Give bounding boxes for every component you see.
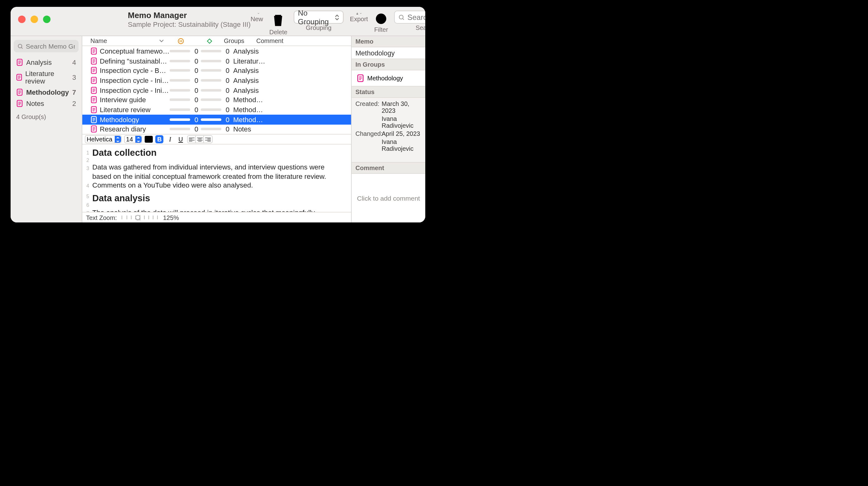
- table-row[interactable]: Defining "sustainable lifestyle"00Litera…: [82, 56, 351, 65]
- row-group: Analysis: [233, 47, 266, 55]
- row-name: Inspection cycle - Basic quantitati…: [100, 67, 169, 74]
- row-name: Defining "sustainable lifestyle": [100, 57, 169, 64]
- table-rows: Conceptual framework developm…00Analysis…: [82, 46, 351, 134]
- column-groups[interactable]: Groups: [224, 37, 256, 44]
- table-row[interactable]: Inspection cycle - Basic quantitati…00An…: [82, 66, 351, 75]
- underline-button[interactable]: U: [177, 135, 185, 143]
- progress-bar: [201, 69, 221, 72]
- column-pause[interactable]: [166, 38, 195, 44]
- grouping-select[interactable]: No Grouping Grouping: [294, 9, 344, 35]
- sidebar-item-notes[interactable]: Notes 2: [14, 98, 79, 108]
- row-value-1: 0: [192, 67, 198, 74]
- sidebar-item-analysis[interactable]: Analysis 4: [14, 57, 79, 67]
- font-select[interactable]: Helvetica: [85, 135, 122, 143]
- row-value-2: 0: [223, 106, 229, 114]
- chevron-down-icon: [258, 12, 260, 15]
- search-field[interactable]: Search: [394, 9, 425, 35]
- memo-icon: [90, 116, 97, 123]
- sidebar-search[interactable]: [14, 40, 79, 52]
- size-select[interactable]: 14: [124, 135, 142, 143]
- editor[interactable]: 1234 5678 Data collection Data was gathe…: [82, 144, 351, 212]
- align-right-button[interactable]: [204, 136, 212, 143]
- row-group: Methodology: [233, 96, 266, 104]
- zoom-label: Text Zoom:: [86, 214, 117, 221]
- row-value-2: 0: [223, 116, 229, 123]
- zoom-slider[interactable]: [122, 214, 158, 221]
- align-center-button[interactable]: [196, 136, 204, 143]
- new-button[interactable]: New: [251, 9, 263, 35]
- row-name: Inspection cycle - Initial phases o…: [100, 86, 169, 94]
- inspector-memo-head: Memo: [352, 36, 425, 47]
- created-date: March 30, 2023: [382, 100, 422, 114]
- column-comment[interactable]: Comment: [256, 37, 351, 44]
- table-row[interactable]: Research diary00Notes: [82, 124, 351, 134]
- minimize-button[interactable]: [31, 15, 38, 23]
- filter-button[interactable]: Filter: [374, 9, 388, 35]
- row-group: Methodology: [233, 106, 266, 114]
- svg-rect-17: [207, 39, 212, 43]
- progress-bar: [201, 60, 221, 62]
- row-name: Inspection cycle - Initial phases o…: [100, 77, 169, 84]
- paragraph: Data was gathered from individual interv…: [92, 163, 345, 189]
- progress-bar: [201, 108, 221, 111]
- editor-content[interactable]: Data collection Data was gathered from i…: [91, 144, 351, 212]
- progress-bar: [169, 89, 190, 91]
- column-diamond[interactable]: [195, 38, 224, 44]
- memo-icon: [16, 100, 23, 107]
- row-value-2: 0: [223, 57, 229, 64]
- table-row[interactable]: Literature review00Methodology: [82, 105, 351, 114]
- memo-icon: [357, 74, 364, 82]
- title-block: Memo Manager Sample Project: Sustainabil…: [128, 7, 251, 35]
- sidebar-item-literature[interactable]: Literature review 3: [14, 69, 79, 86]
- progress-bar: [169, 118, 190, 121]
- row-value-2: 0: [223, 126, 229, 133]
- export-button[interactable]: Export: [350, 9, 368, 35]
- memo-icon: [90, 47, 97, 55]
- row-value-2: 0: [223, 67, 229, 74]
- progress-bar: [201, 50, 221, 52]
- progress-bar: [169, 60, 190, 62]
- inspector-memo-name[interactable]: Methodology: [352, 47, 425, 59]
- app-window: Memo Manager Sample Project: Sustainabil…: [10, 7, 425, 222]
- progress-bar: [201, 99, 221, 101]
- inspector-comment-field[interactable]: Click to add comment: [352, 174, 425, 222]
- memo-icon: [90, 106, 97, 114]
- align-left-button[interactable]: [188, 136, 196, 143]
- table-header: Name Groups Comment: [82, 36, 351, 46]
- row-name: Literature review: [100, 106, 169, 114]
- table-row[interactable]: Inspection cycle - Initial phases o…00An…: [82, 85, 351, 95]
- progress-bar: [201, 118, 221, 121]
- delete-button[interactable]: Delete: [269, 9, 287, 35]
- inspector-spacer: [352, 155, 425, 162]
- sidebar-footer: 4 Group(s): [14, 111, 79, 123]
- updown-icon: [335, 14, 339, 20]
- memo-icon: [90, 57, 97, 64]
- row-name: Methodology: [100, 116, 169, 123]
- svg-point-14: [178, 38, 184, 44]
- row-value-2: 0: [223, 47, 229, 55]
- inspector-group-chip[interactable]: Methodology: [352, 70, 425, 86]
- table-row[interactable]: Inspection cycle - Initial phases o…00An…: [82, 75, 351, 85]
- sidebar-search-input[interactable]: [26, 42, 75, 50]
- column-name[interactable]: Name: [90, 37, 166, 44]
- sidebar-item-methodology[interactable]: Methodology 7: [14, 87, 79, 97]
- sort-indicator-icon: [159, 39, 164, 43]
- row-value-2: 0: [223, 96, 229, 104]
- table-row[interactable]: Interview guide00Methodology: [82, 95, 351, 105]
- row-group: Analysis: [233, 86, 266, 94]
- progress-bar: [201, 79, 221, 82]
- search-input[interactable]: [407, 13, 425, 22]
- changed-by: Ivana Radivojevic: [382, 138, 422, 152]
- bold-button[interactable]: B: [156, 135, 164, 143]
- row-name: Interview guide: [100, 96, 169, 104]
- table-row[interactable]: Conceptual framework developm…00Analysis: [82, 46, 351, 56]
- close-button[interactable]: [18, 15, 26, 23]
- progress-bar: [169, 99, 190, 101]
- fullscreen-button[interactable]: [43, 15, 51, 23]
- paragraph: The analysis of the data will proceed in…: [92, 208, 345, 212]
- text-color-swatch[interactable]: [145, 136, 153, 143]
- row-group: Notes: [233, 126, 266, 133]
- svg-point-13: [18, 44, 22, 48]
- table-row[interactable]: Methodology00Methodology: [82, 115, 351, 124]
- italic-button[interactable]: I: [166, 135, 174, 143]
